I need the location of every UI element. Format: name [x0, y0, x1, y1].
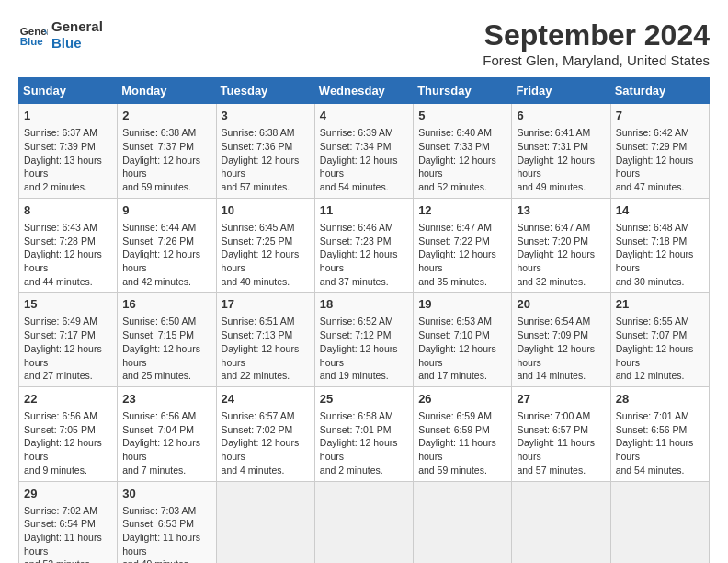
page-subtitle: Forest Glen, Maryland, United States: [483, 52, 710, 68]
cell-content: 25Sunrise: 6:58 AMSunset: 7:01 PMDayligh…: [320, 391, 408, 477]
calendar-row: 29Sunrise: 7:02 AMSunset: 6:54 PMDayligh…: [19, 481, 710, 563]
daylight-label: Daylight: 12 hours hours: [24, 342, 112, 369]
sunrise-text: Sunrise: 6:55 AM: [616, 315, 704, 328]
daylight-label: Daylight: 12 hours hours: [418, 154, 506, 180]
cell-content: 7Sunrise: 6:42 AMSunset: 7:29 PMDaylight…: [616, 108, 704, 194]
sunset-text: Sunset: 7:10 PM: [418, 328, 506, 342]
sunrise-text: Sunrise: 6:58 AM: [320, 409, 408, 423]
day-number: 15: [24, 296, 112, 313]
daylight-label: Daylight: 12 hours hours: [517, 154, 605, 180]
daylight-value: and 4 minutes.: [222, 464, 310, 477]
day-number: 12: [418, 202, 506, 219]
sunrise-text: Sunrise: 7:02 AM: [24, 504, 112, 518]
sunrise-text: Sunrise: 6:49 AM: [24, 315, 112, 328]
daylight-label: Daylight: 12 hours hours: [320, 342, 408, 369]
logo-line2: Blue: [51, 35, 103, 52]
day-number: 30: [122, 486, 210, 502]
sunset-text: Sunset: 7:04 PM: [122, 423, 210, 437]
calendar-table: Sunday Monday Tuesday Wednesday Thursday…: [18, 77, 710, 563]
sunset-text: Sunset: 7:18 PM: [616, 235, 704, 248]
calendar-cell: 3Sunrise: 6:38 AMSunset: 7:36 PMDaylight…: [216, 104, 314, 199]
cell-content: 24Sunrise: 6:57 AMSunset: 7:02 PMDayligh…: [222, 391, 310, 477]
calendar-cell: 6Sunrise: 6:41 AMSunset: 7:31 PMDaylight…: [512, 104, 610, 199]
calendar-cell: 22Sunrise: 6:56 AMSunset: 7:05 PMDayligh…: [19, 386, 118, 481]
day-number: 23: [122, 391, 210, 408]
sunrise-text: Sunrise: 6:54 AM: [517, 315, 605, 328]
daylight-value: and 47 minutes.: [616, 180, 704, 194]
cell-content: 5Sunrise: 6:40 AMSunset: 7:33 PMDaylight…: [418, 108, 506, 194]
sunrise-text: Sunrise: 6:51 AM: [222, 315, 310, 328]
daylight-label: Daylight: 12 hours hours: [517, 342, 605, 369]
day-number: 7: [616, 108, 704, 124]
daylight-label: Daylight: 12 hours hours: [122, 436, 210, 463]
calendar-cell: 2Sunrise: 6:38 AMSunset: 7:37 PMDaylight…: [118, 104, 216, 199]
cell-content: 2Sunrise: 6:38 AMSunset: 7:37 PMDaylight…: [122, 108, 210, 194]
page-header: General Blue General Blue September 2024…: [18, 18, 710, 68]
sunrise-text: Sunrise: 6:59 AM: [418, 409, 506, 423]
col-tuesday: Tuesday: [216, 78, 314, 104]
logo-icon: General Blue: [18, 20, 48, 50]
sunset-text: Sunset: 7:23 PM: [320, 235, 408, 248]
calendar-cell: 20Sunrise: 6:54 AMSunset: 7:09 PMDayligh…: [512, 293, 610, 387]
sunrise-text: Sunrise: 6:56 AM: [24, 409, 112, 423]
day-number: 24: [222, 391, 310, 408]
day-number: 22: [24, 391, 112, 408]
sunset-text: Sunset: 7:12 PM: [320, 328, 408, 342]
col-wednesday: Wednesday: [314, 78, 413, 104]
calendar-row: 8Sunrise: 6:43 AMSunset: 7:28 PMDaylight…: [19, 198, 710, 293]
daylight-label: Daylight: 12 hours hours: [222, 342, 310, 369]
daylight-label: Daylight: 11 hours hours: [24, 531, 112, 557]
daylight-label: Daylight: 12 hours hours: [418, 247, 506, 274]
cell-content: 4Sunrise: 6:39 AMSunset: 7:34 PMDaylight…: [320, 108, 408, 194]
daylight-value: and 32 minutes.: [517, 275, 605, 289]
cell-content: 20Sunrise: 6:54 AMSunset: 7:09 PMDayligh…: [517, 296, 605, 383]
day-number: 5: [418, 108, 506, 124]
daylight-value: and 2 minutes.: [24, 180, 112, 194]
daylight-value: and 25 minutes.: [122, 369, 210, 383]
sunset-text: Sunset: 7:36 PM: [222, 140, 310, 154]
calendar-cell: 24Sunrise: 6:57 AMSunset: 7:02 PMDayligh…: [216, 386, 314, 481]
day-number: 19: [418, 296, 506, 313]
sunrise-text: Sunrise: 6:41 AM: [517, 126, 605, 140]
calendar-row: 15Sunrise: 6:49 AMSunset: 7:17 PMDayligh…: [19, 293, 710, 387]
cell-content: 13Sunrise: 6:47 AMSunset: 7:20 PMDayligh…: [517, 202, 605, 289]
sunset-text: Sunset: 7:39 PM: [24, 140, 112, 154]
day-number: 25: [320, 391, 408, 408]
day-number: 20: [517, 296, 605, 313]
daylight-value: and 27 minutes.: [24, 369, 112, 383]
sunset-text: Sunset: 7:29 PM: [616, 140, 704, 154]
cell-content: 8Sunrise: 6:43 AMSunset: 7:28 PMDaylight…: [24, 202, 112, 289]
col-friday: Friday: [512, 78, 610, 104]
sunset-text: Sunset: 6:59 PM: [418, 423, 506, 437]
col-sunday: Sunday: [19, 78, 118, 104]
sunset-text: Sunset: 7:34 PM: [320, 140, 408, 154]
cell-content: 3Sunrise: 6:38 AMSunset: 7:36 PMDaylight…: [222, 108, 310, 194]
daylight-value: and 30 minutes.: [616, 275, 704, 289]
day-number: 6: [517, 108, 605, 124]
cell-content: 1Sunrise: 6:37 AMSunset: 7:39 PMDaylight…: [24, 108, 112, 194]
daylight-value: and 17 minutes.: [418, 369, 506, 383]
sunrise-text: Sunrise: 6:42 AM: [616, 126, 704, 140]
day-number: 26: [418, 391, 506, 408]
sunset-text: Sunset: 7:01 PM: [320, 423, 408, 437]
daylight-value: and 9 minutes.: [24, 464, 112, 477]
daylight-label: Daylight: 12 hours hours: [616, 247, 704, 274]
sunrise-text: Sunrise: 6:40 AM: [418, 126, 506, 140]
cell-content: 14Sunrise: 6:48 AMSunset: 7:18 PMDayligh…: [616, 202, 704, 289]
sunset-text: Sunset: 7:09 PM: [517, 328, 605, 342]
cell-content: 21Sunrise: 6:55 AMSunset: 7:07 PMDayligh…: [616, 296, 704, 383]
sunset-text: Sunset: 7:13 PM: [222, 328, 310, 342]
daylight-label: Daylight: 12 hours hours: [24, 436, 112, 463]
sunrise-text: Sunrise: 6:39 AM: [320, 126, 408, 140]
cell-content: 17Sunrise: 6:51 AMSunset: 7:13 PMDayligh…: [222, 296, 310, 383]
sunset-text: Sunset: 7:25 PM: [222, 235, 310, 248]
calendar-cell: 19Sunrise: 6:53 AMSunset: 7:10 PMDayligh…: [414, 293, 512, 387]
cell-content: 9Sunrise: 6:44 AMSunset: 7:26 PMDaylight…: [122, 202, 210, 289]
calendar-cell: [414, 481, 512, 563]
calendar-cell: 4Sunrise: 6:39 AMSunset: 7:34 PMDaylight…: [314, 104, 413, 199]
daylight-label: Daylight: 12 hours hours: [222, 436, 310, 463]
daylight-value: and 37 minutes.: [320, 275, 408, 289]
daylight-value: and 44 minutes.: [24, 275, 112, 289]
calendar-cell: 16Sunrise: 6:50 AMSunset: 7:15 PMDayligh…: [118, 293, 216, 387]
day-number: 10: [222, 202, 310, 219]
